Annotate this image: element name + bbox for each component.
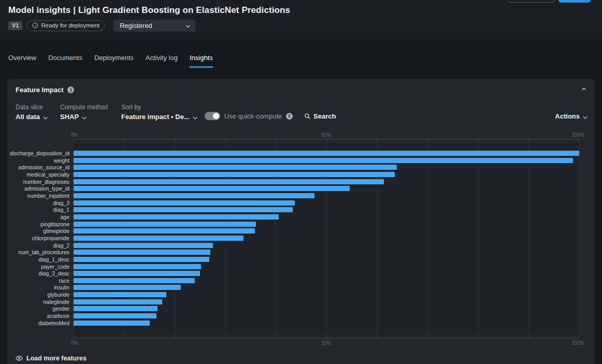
feature-label: diag_1_desc [16, 257, 74, 262]
feature-bar[interactable] [74, 299, 162, 304]
bar-row [74, 278, 579, 283]
bar-row [74, 214, 579, 220]
x-axis-bottom-labels: 0% 50% 100% [74, 340, 579, 347]
bar-row [74, 285, 579, 290]
feature-bar[interactable] [74, 200, 295, 206]
sort-by-label: Sort by [121, 104, 196, 111]
feature-bar[interactable] [74, 165, 397, 170]
feature-bar[interactable] [74, 285, 181, 290]
feature-bar[interactable] [74, 214, 279, 220]
feature-label: gender [16, 306, 74, 311]
bar-row [74, 179, 579, 184]
load-more-features-button[interactable]: Load more features [16, 355, 586, 362]
quick-compute-toggle[interactable] [205, 112, 220, 120]
chevron-down-icon [185, 23, 190, 27]
feature-labels: discharge_disposition_idweightadmission_… [16, 142, 74, 335]
chevron-down-icon [43, 115, 47, 119]
feature-bar[interactable] [74, 292, 166, 297]
tick-label: 50% [321, 340, 332, 346]
bar-row [74, 264, 579, 269]
bar-row [74, 207, 579, 212]
feature-bar[interactable] [74, 313, 156, 318]
bar-row [74, 172, 579, 177]
data-slice-control: Data slice All data [16, 104, 47, 121]
feature-bar[interactable] [74, 228, 255, 234]
feature-label: diag_2_desc [16, 271, 74, 276]
actions-dropdown[interactable]: Actions [555, 112, 586, 120]
load-more-label: Load more features [26, 355, 87, 362]
feature-bar[interactable] [74, 151, 579, 156]
bar-row [74, 228, 579, 234]
tick-label: 0% [70, 340, 78, 346]
info-icon[interactable] [286, 113, 293, 120]
feature-bar[interactable] [74, 264, 201, 269]
feature-label: insulin [16, 285, 74, 290]
cutoff-button-primary[interactable] [558, 0, 591, 3]
bar-row [74, 158, 579, 163]
registry-stage-value: Registered [120, 22, 152, 30]
feature-label: payer_code [16, 264, 74, 269]
feature-bar[interactable] [74, 207, 293, 212]
feature-bar[interactable] [74, 172, 395, 177]
quick-compute-label: Use quick-compute [224, 112, 282, 120]
eye-icon [16, 355, 23, 362]
feature-label: race [16, 278, 74, 283]
feature-label: acarbose [16, 313, 74, 318]
feature-bar[interactable] [74, 193, 314, 198]
tab-activity-log[interactable]: Activity log [146, 54, 178, 68]
feature-bar[interactable] [74, 278, 195, 283]
feature-label: nateglinide [16, 299, 74, 304]
compute-method-dropdown[interactable]: SHAP [60, 113, 108, 121]
feature-bar[interactable] [74, 222, 256, 227]
feature-bar[interactable] [74, 243, 213, 248]
feature-label: number_diagnoses [16, 179, 74, 184]
collapse-panel-button[interactable] [580, 85, 587, 93]
tab-bar: Overview Documents Deployments Activity … [0, 39, 602, 68]
feature-bar[interactable] [74, 321, 150, 326]
feature-label: discharge_disposition_id [16, 151, 74, 156]
info-icon[interactable] [67, 86, 74, 93]
feature-label: diabetesMed [16, 321, 74, 326]
data-slice-dropdown[interactable]: All data [16, 113, 47, 121]
feature-label: weight [16, 158, 74, 163]
chevron-down-icon [583, 114, 587, 119]
bar-row [74, 250, 579, 255]
chart-controls: Data slice All data Compute method SHAP … [16, 104, 586, 121]
search-icon [304, 113, 311, 120]
search-button[interactable]: Search [304, 112, 336, 120]
registry-stage-dropdown[interactable]: Registered [113, 20, 195, 32]
feature-label: admission_type_id [16, 186, 74, 191]
feature-bar[interactable] [74, 158, 573, 163]
feature-bar[interactable] [74, 250, 210, 255]
feature-bar[interactable] [74, 271, 200, 276]
search-label: Search [313, 112, 336, 120]
bar-row [74, 165, 579, 170]
feature-bar[interactable] [74, 236, 243, 241]
feature-bar[interactable] [74, 179, 384, 184]
bar-row [74, 271, 579, 276]
cutoff-button-secondary[interactable] [508, 0, 555, 3]
badge-row: V1 Ready for deployment Registered [8, 20, 594, 32]
tab-documents[interactable]: Documents [48, 54, 82, 68]
feature-impact-panel: Feature Impact Data slice All data Compu… [7, 79, 595, 364]
check-circle-icon [32, 22, 38, 28]
tab-deployments[interactable]: Deployments [94, 54, 134, 68]
bar-row [74, 243, 579, 248]
version-badge: V1 [8, 21, 22, 30]
sort-by-dropdown[interactable]: Feature impact • De... [121, 113, 196, 121]
bar-row [74, 222, 579, 227]
bar-row [74, 306, 579, 311]
feature-label: chlorpropamide [16, 236, 74, 241]
feature-label: diag_2 [16, 243, 74, 248]
feature-bar[interactable] [74, 186, 350, 191]
tab-overview[interactable]: Overview [8, 54, 36, 68]
feature-label: admission_source_id [16, 165, 74, 170]
bar-row [74, 193, 579, 198]
feature-bar[interactable] [74, 257, 209, 262]
tab-insights[interactable]: Insights [190, 54, 213, 68]
feature-bar[interactable] [74, 306, 157, 311]
x-axis-top-labels: 0% 50% 100% [74, 132, 579, 139]
compute-method-label: Compute method [60, 104, 108, 111]
tick-label: 100% [571, 340, 585, 346]
bar-row [74, 186, 579, 191]
